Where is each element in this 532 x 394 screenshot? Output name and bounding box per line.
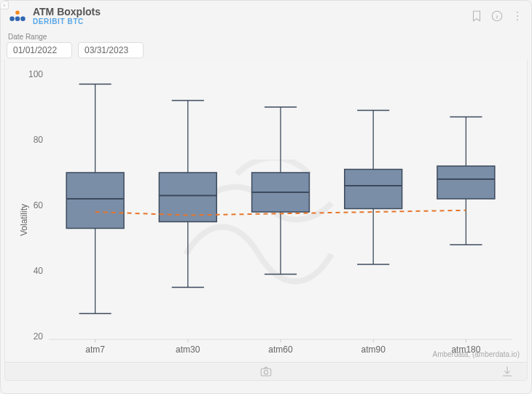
date-range-row: 01/01/2022 03/31/2023	[7, 42, 525, 58]
page-subtitle: DERIBIT BTC	[33, 17, 101, 25]
page-title: ATM Boxplots	[33, 7, 101, 17]
svg-point-7	[517, 12, 518, 13]
svg-text:80: 80	[34, 135, 44, 145]
svg-rect-20	[66, 173, 124, 229]
date-to-input[interactable]: 03/31/2023	[78, 42, 144, 58]
svg-point-3	[20, 16, 26, 21]
svg-point-0	[15, 11, 20, 15]
download-icon[interactable]	[501, 365, 514, 378]
svg-text:100: 100	[28, 69, 43, 79]
bookmark-icon[interactable]	[470, 9, 483, 23]
svg-text:atm60: atm60	[268, 344, 293, 355]
date-from-input[interactable]: 01/01/2022	[7, 42, 72, 58]
y-axis-label: Volatility	[19, 204, 29, 236]
header-actions	[470, 9, 524, 23]
expand-panel-toggle[interactable]: ›	[0, 1, 9, 9]
svg-text:atm7: atm7	[85, 344, 105, 355]
svg-point-8	[517, 15, 518, 17]
amberdata-logo-icon	[8, 9, 27, 23]
svg-point-2	[15, 16, 20, 21]
svg-text:20: 20	[34, 331, 44, 342]
header: ATM Boxplots DERIBIT BTC	[1, 1, 531, 30]
svg-rect-52	[437, 166, 495, 199]
plot-footer	[5, 362, 527, 380]
svg-point-1	[9, 16, 15, 21]
plot-area: 20406080100atm7atm30atm60atm90atm180 Vol…	[4, 60, 528, 381]
camera-icon[interactable]	[259, 365, 273, 378]
svg-point-9	[517, 19, 518, 20]
info-icon[interactable]	[490, 9, 504, 23]
date-range-label: Date Range	[8, 33, 525, 41]
svg-rect-44	[345, 170, 402, 209]
svg-text:60: 60	[34, 200, 44, 210]
header-titles: ATM Boxplots DERIBIT BTC	[33, 7, 101, 25]
attribution-text: Amberdata, (amberdata.io)	[432, 350, 520, 358]
svg-text:atm90: atm90	[361, 344, 386, 355]
boxplot-chart: 20406080100atm7atm30atm60atm90atm180	[5, 60, 527, 380]
app-frame: ATM Boxplots DERIBIT BTC Date Range 01/0…	[0, 0, 532, 394]
more-icon[interactable]	[511, 9, 524, 23]
controls: Date Range 01/01/2022 03/31/2023	[1, 30, 531, 60]
svg-rect-56	[261, 369, 271, 376]
svg-point-57	[264, 371, 267, 374]
svg-text:40: 40	[34, 266, 44, 276]
svg-text:atm30: atm30	[176, 344, 200, 355]
